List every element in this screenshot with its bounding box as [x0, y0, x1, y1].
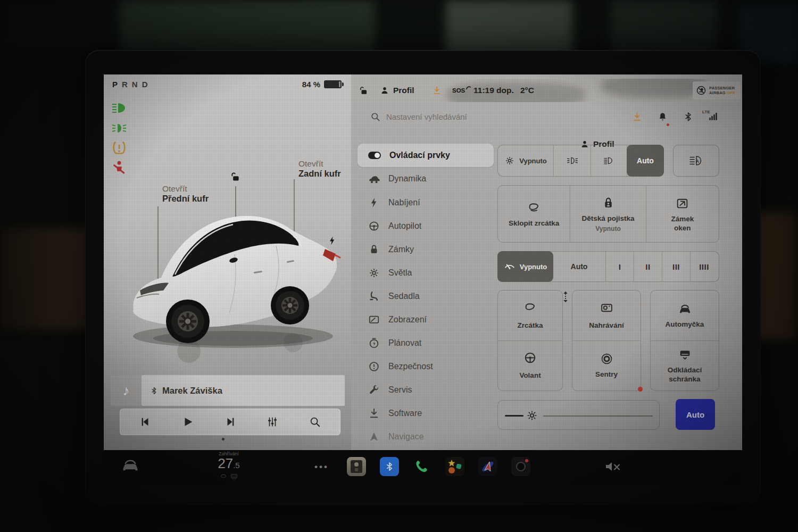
camera-app-button[interactable]	[511, 457, 530, 476]
headlights-auto-label: Auto	[637, 156, 654, 165]
menu-label: Bezpečnost	[388, 362, 433, 371]
child-lock-state: Vypnuto	[595, 225, 621, 232]
wipers-speed-1-button[interactable]: I	[606, 252, 634, 281]
media-source-bar[interactable]: Marek Záviška	[142, 375, 345, 406]
play-button[interactable]	[182, 416, 194, 428]
menu-item-locks[interactable]: Zámky	[358, 238, 494, 261]
menu-item-dynamics[interactable]: Dynamika	[358, 167, 494, 190]
bluetooth-tile-icon	[380, 457, 399, 476]
gear-indicator[interactable]: PRND	[112, 80, 152, 89]
menu-item-charging[interactable]: Nabíjení	[358, 191, 494, 214]
steering-wheel-icon	[523, 351, 537, 364]
wiper-speed-label: I	[619, 262, 621, 271]
menu-label: Navigace	[388, 432, 424, 442]
wipers-speed-2-button[interactable]: II	[634, 252, 662, 281]
wipers-speed-3-button[interactable]: III	[662, 252, 691, 281]
brightness-sun-icon[interactable]	[526, 410, 538, 421]
notifications-bell-icon[interactable]	[658, 112, 668, 122]
dashcam-recording-button[interactable]: Nahrávání	[572, 290, 641, 340]
outside-temp-label: 2°C	[520, 86, 534, 95]
menu-item-autopilot[interactable]: Autopilot	[358, 214, 494, 238]
time-label: 11:19 dop.	[473, 86, 514, 95]
menu-item-controls[interactable]: Ovládací prvky	[358, 144, 494, 167]
page-indicator[interactable]	[222, 438, 238, 440]
child-lock-icon	[602, 196, 615, 210]
gear-p[interactable]: P	[112, 80, 118, 89]
dashboard-wood-left	[0, 228, 92, 330]
menu-label: Servis	[388, 385, 412, 395]
headlights-auto-button[interactable]: Auto	[627, 145, 664, 177]
camera-app-icon	[511, 457, 530, 476]
glovebox-button[interactable]: Odkládací schránka	[651, 340, 719, 391]
trunk-target-label: Zadní kufr	[298, 169, 341, 178]
window-lock-button[interactable]: Zámek oken	[646, 186, 719, 242]
frunk-action-label: Otevřít	[162, 184, 209, 194]
radio-app-button[interactable]	[347, 457, 366, 476]
menu-label: Sedadla	[388, 292, 420, 301]
car-status-dock-button[interactable]	[121, 458, 140, 473]
vehicle-lock-button[interactable]	[359, 79, 369, 102]
next-track-button[interactable]	[225, 416, 236, 428]
menu-item-safety[interactable]: Bezpečnost	[358, 355, 494, 378]
display-auto-brightness-button[interactable]: Auto	[676, 399, 715, 430]
child-lock-button[interactable]: Dětská pojistka Vypnuto	[570, 186, 646, 242]
app-drawer-button[interactable]: •••	[314, 462, 329, 472]
wrench-icon	[368, 384, 380, 396]
parking-lights-button[interactable]	[554, 145, 591, 176]
low-beam-button[interactable]	[591, 145, 627, 176]
car-status-panel: PRND 84 %	[104, 74, 351, 450]
unlocked-icon[interactable]	[230, 171, 241, 182]
brightness-track[interactable]	[543, 415, 653, 417]
menu-item-software[interactable]: Software	[358, 402, 494, 425]
car-icon	[121, 458, 140, 473]
low-beam-icon	[603, 154, 616, 167]
auto-high-beam-button[interactable]: A	[673, 145, 719, 177]
battery-status[interactable]: 84 %	[302, 80, 342, 89]
glovebox-icon	[678, 348, 692, 361]
sos-button[interactable]: SOS	[452, 79, 471, 102]
phone-app-button[interactable]	[413, 459, 429, 475]
brightness-slider[interactable]	[497, 400, 660, 430]
light-bulb-icon	[368, 267, 380, 279]
carwash-mode-button[interactable]: Automyčka	[651, 290, 719, 340]
open-trunk-button[interactable]: Otevřít Zadní kufr	[298, 159, 341, 178]
bluetooth-icon[interactable]	[683, 112, 693, 122]
bluetooth-app-button[interactable]	[380, 457, 399, 476]
media-search-button[interactable]	[309, 416, 321, 428]
navigation-app-button[interactable]	[478, 457, 497, 476]
driver-profile-button[interactable]: Profil	[380, 79, 414, 102]
gear-d[interactable]: D	[142, 80, 148, 89]
headlights-off-button[interactable]: Vypnuto	[498, 145, 554, 176]
arcade-app-button[interactable]	[445, 457, 464, 476]
fold-mirrors-button[interactable]: Sklopit zrcátka	[498, 186, 570, 242]
volume-muted-button[interactable]	[604, 460, 622, 473]
gear-n[interactable]: N	[132, 80, 138, 89]
open-frunk-button[interactable]: Otevřít Přední kufr	[162, 184, 209, 203]
menu-item-navigation[interactable]: Navigace	[358, 425, 494, 448]
sentry-mode-button[interactable]: Sentry	[572, 340, 641, 391]
equalizer-button[interactable]	[267, 416, 278, 428]
wipers-speed-4-button[interactable]: IIII	[691, 252, 718, 281]
mirrors-adjust-button[interactable]: Zrcátka	[498, 290, 562, 340]
menu-item-display[interactable]: Zobrazení	[358, 308, 494, 331]
settings-search-input[interactable]	[385, 109, 545, 124]
settings-panel: Profil SOS 11:19 dop.	[351, 74, 742, 450]
vehicle-rendering[interactable]	[124, 209, 343, 368]
wipers-off-button[interactable]: Vypnuto	[497, 251, 553, 282]
music-note-icon: ♪	[123, 383, 130, 399]
drl-indicator-icon	[111, 120, 127, 136]
software-update-indicator[interactable]	[432, 79, 442, 102]
steering-adjust-button[interactable]: Volant	[498, 340, 562, 391]
wipers-auto-button[interactable]: Auto	[553, 252, 606, 281]
menu-item-lights[interactable]: Světla	[358, 261, 494, 285]
mirror-icon	[527, 201, 541, 214]
climate-control[interactable]: Zahřívání 27.5	[210, 451, 247, 479]
airbag-line1: PASSENGER	[709, 86, 735, 90]
album-art[interactable]: ♪	[111, 375, 142, 406]
gear-r[interactable]: R	[122, 80, 128, 89]
menu-item-service[interactable]: Servis	[358, 378, 494, 402]
menu-item-seats[interactable]: Sedadla	[358, 285, 494, 308]
menu-item-schedule[interactable]: Plánovat	[358, 331, 494, 355]
software-update-icon[interactable]	[632, 112, 642, 122]
previous-track-button[interactable]	[139, 416, 151, 428]
